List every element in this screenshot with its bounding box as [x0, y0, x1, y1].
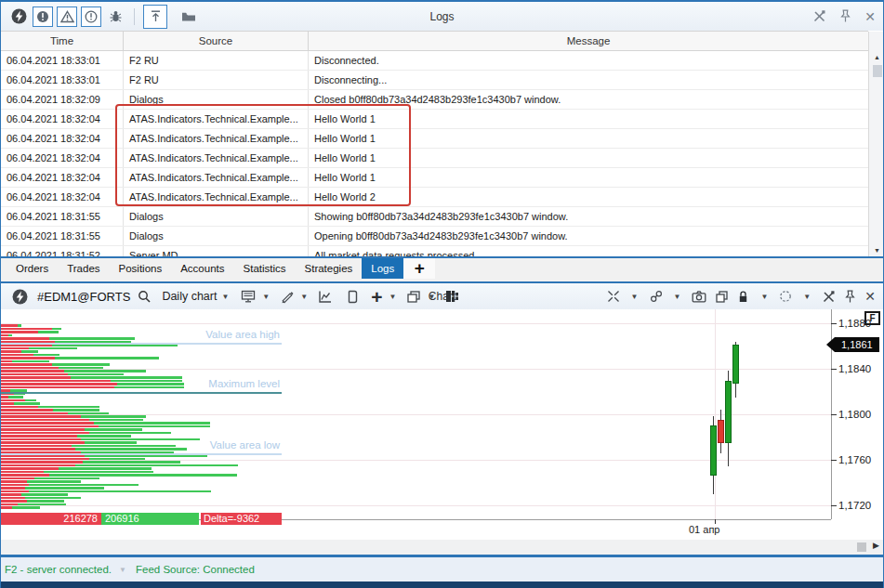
chart-titlebar: Chart #EDM1@FORTS Daily chart ▼ ▼ ▼ + ▼ … [1, 283, 883, 309]
error-filter-button[interactable] [33, 7, 53, 27]
tab-accounts[interactable]: Accounts [171, 258, 233, 279]
log-time-cell: 06.04.2021 18:31:55 [1, 227, 124, 245]
candle-body [718, 420, 724, 443]
pin-icon[interactable] [844, 290, 856, 304]
add-tab-button[interactable]: + [403, 258, 435, 279]
volume-profile-row [1, 347, 77, 350]
tab-strategies[interactable]: Strategies [296, 258, 363, 279]
logs-scrollbar[interactable]: ▲ ▼ [868, 32, 884, 256]
copy-icon[interactable] [715, 290, 729, 304]
info-filter-button[interactable] [81, 7, 101, 27]
tab-positions[interactable]: Positions [110, 258, 172, 279]
chevron-down-icon[interactable]: ▼ [389, 293, 396, 301]
log-row[interactable]: 06.04.2021 18:31:52Server MDAll market d… [1, 246, 868, 256]
log-row[interactable]: 06.04.2021 18:31:55DialogsOpening b0ff80… [1, 227, 868, 246]
dashed-circle-icon[interactable] [779, 290, 792, 303]
log-row[interactable]: 06.04.2021 18:32:04ATAS.Indicators.Techn… [1, 110, 868, 129]
camera-icon[interactable] [692, 290, 706, 303]
tab-statistics[interactable]: Statistics [234, 258, 296, 279]
logs-rows: 06.04.2021 18:33:01F2 RUDisconnected.06.… [1, 51, 868, 256]
scroll-down-icon[interactable]: ▼ [869, 247, 884, 254]
close-icon[interactable]: ✕ [864, 10, 876, 23]
log-message-cell: All market data requests processed. [309, 246, 868, 256]
layout-windows-icon[interactable] [406, 290, 421, 304]
chevron-down-icon[interactable]: ▼ [760, 293, 768, 301]
chevron-down-icon[interactable]: ▼ [300, 293, 308, 301]
chevron-down-icon[interactable]: ▼ [674, 293, 681, 301]
collapse-arrows-icon[interactable] [607, 290, 620, 303]
open-folder-button[interactable] [178, 7, 199, 27]
log-source-cell: Server MD [124, 246, 309, 256]
volume-profile-row [1, 337, 135, 340]
column-header-source[interactable]: Source [124, 32, 309, 50]
log-row[interactable]: 06.04.2021 18:33:01F2 RUDisconnected. [1, 51, 868, 71]
column-header-time[interactable]: Time [1, 32, 124, 50]
log-row[interactable]: 06.04.2021 18:32:04ATAS.Indicators.Techn… [1, 168, 868, 188]
pin-icon[interactable] [839, 9, 851, 23]
volume-profile-row [1, 441, 137, 444]
scrollbar-thumb[interactable] [873, 65, 882, 77]
volume-profile-row [1, 506, 40, 509]
price-tick [831, 460, 837, 461]
tab-logs[interactable]: Logs [362, 258, 403, 279]
scroll-box-icon[interactable] [857, 542, 866, 552]
log-row[interactable]: 06.04.2021 18:33:01F2 RUDisconnecting... [1, 71, 868, 90]
tab-orders[interactable]: Orders [7, 258, 58, 279]
log-row[interactable]: 06.04.2021 18:32:04ATAS.Indicators.Techn… [1, 188, 868, 207]
close-icon[interactable]: ✕ [864, 290, 876, 303]
search-icon[interactable] [138, 290, 151, 303]
log-row[interactable]: 06.04.2021 18:32:09DialogsClosed b0ff80d… [1, 90, 868, 110]
chart-plot-area[interactable]: F 01 апр 1,18801,18401,18001,17601,1720V… [1, 309, 884, 540]
log-row[interactable]: 06.04.2021 18:32:04ATAS.Indicators.Techn… [1, 129, 868, 149]
log-time-cell: 06.04.2021 18:32:04 [1, 188, 124, 206]
log-source-cell: ATAS.Indicators.Technical.Example... [124, 110, 309, 128]
log-message-cell: Hello World 1 [309, 129, 868, 148]
scroll-to-top-button[interactable] [143, 5, 167, 29]
volume-profile-row [1, 409, 99, 412]
objects-sheet-icon[interactable] [346, 290, 358, 304]
timeframe-selector[interactable]: Daily chart [162, 290, 217, 303]
current-price-badge: 1,1861 [835, 337, 879, 352]
indicator-chart-icon[interactable] [318, 290, 333, 304]
chevron-down-icon[interactable]: ▼ [221, 293, 229, 301]
chevron-down-icon[interactable]: ▼ [119, 566, 126, 574]
price-tick [831, 505, 837, 506]
link-icon[interactable] [650, 290, 663, 303]
profile-annotation-line [1, 392, 282, 394]
log-source-cell: F2 RU [124, 71, 309, 89]
volume-profile-row [1, 493, 68, 496]
template-monitor-icon[interactable] [241, 290, 256, 304]
warning-filter-button[interactable] [57, 7, 77, 27]
lock-icon[interactable] [737, 290, 749, 304]
profile-buy-total: 206916 [101, 513, 199, 525]
add-plus-icon[interactable]: + [371, 290, 382, 304]
chevron-down-icon[interactable]: ▼ [631, 293, 639, 301]
volume-profile-row [1, 477, 99, 480]
price-tick [831, 369, 837, 370]
profile-annotation-label: Maximum level [150, 378, 280, 389]
volume-profile-row [1, 428, 142, 431]
log-row[interactable]: 06.04.2021 18:32:04ATAS.Indicators.Techn… [1, 149, 868, 168]
chevron-down-icon[interactable]: ▼ [428, 293, 435, 301]
scroll-up-icon[interactable]: ▲ [869, 54, 884, 60]
column-header-message[interactable]: Message [309, 32, 868, 50]
volume-profile-row [1, 406, 99, 409]
log-row[interactable]: 06.04.2021 18:31:55DialogsShowing b0ff80… [1, 207, 868, 227]
clusters-icon[interactable] [445, 290, 459, 303]
tab-trades[interactable]: Trades [58, 258, 109, 279]
window-bottom-bar [1, 581, 883, 588]
log-message-cell: Disconnected. [309, 51, 868, 70]
server-status-text: F2 - server connected. [5, 564, 112, 575]
scroll-right-icon[interactable]: ▶ [873, 541, 879, 550]
chevron-down-icon[interactable]: ▼ [262, 293, 270, 301]
chevron-down-icon[interactable]: ▼ [803, 293, 811, 301]
draw-pencil-icon[interactable] [280, 290, 294, 304]
chart-horizontal-scrollbar[interactable]: ▶ [1, 540, 883, 555]
settings-tools-icon[interactable] [822, 290, 836, 304]
instrument-selector[interactable]: #EDM1@FORTS [37, 290, 130, 304]
volume-profile-row [1, 458, 145, 461]
settings-tools-icon[interactable] [812, 9, 826, 23]
bug-filter-button[interactable] [105, 7, 125, 27]
log-time-cell: 06.04.2021 18:32:09 [1, 90, 124, 109]
log-time-cell: 06.04.2021 18:33:01 [1, 71, 124, 89]
